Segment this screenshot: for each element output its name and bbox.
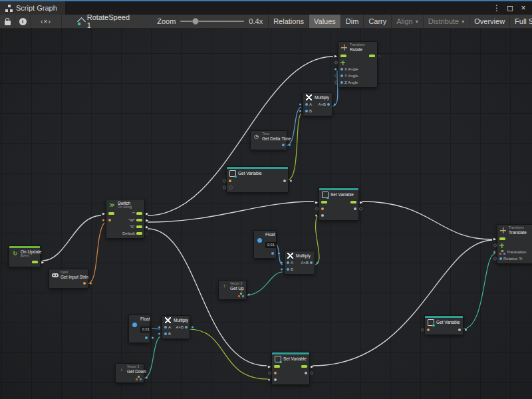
switch-port-flow-r[interactable]: "S"▶ xyxy=(130,223,142,230)
switch-port-flow-r[interactable]: "W"▶ xyxy=(128,217,142,223)
switch-port-flow-r[interactable]: Default▷ xyxy=(122,230,142,237)
info-button[interactable]: i xyxy=(15,15,31,28)
port-flow-icon xyxy=(499,237,505,240)
toolbar-button-carry[interactable]: Carry xyxy=(363,15,391,28)
port-connector xyxy=(421,329,424,332)
set-variable-upper-port-object-l[interactable] xyxy=(321,212,324,219)
translate-port-float-l[interactable]: Relative Tr xyxy=(499,255,523,262)
translate-port-flow-l[interactable]: ▶ xyxy=(499,235,505,242)
node-multiply-mid[interactable]: MultiplyAA×BB xyxy=(284,251,315,275)
zoom-slider[interactable] xyxy=(180,21,244,22)
port-connector xyxy=(334,61,338,65)
node-multiply-lower[interactable]: MultiplyAA×BB xyxy=(162,315,190,339)
multiply-top-port-float-r[interactable]: A×B xyxy=(318,101,330,108)
node-set-variable-upper[interactable]: Set Variable▶▶ xyxy=(319,188,359,221)
rotate-port-flow-r[interactable]: ▷ xyxy=(369,53,375,59)
float-mid-port-float-r[interactable] xyxy=(271,250,274,257)
get-variable-right-port-string-l[interactable] xyxy=(427,327,430,333)
node-title: Get Delta Time xyxy=(262,136,291,141)
node-get-delta-time[interactable]: ◷TimeGet Delta Time xyxy=(250,130,287,150)
set-variable-upper-port-string-l[interactable] xyxy=(321,205,324,212)
tab-title: Script Graph xyxy=(16,4,57,12)
get-variable-mid-port-string-l[interactable] xyxy=(229,178,231,184)
get-up-port-vector3-r[interactable] xyxy=(238,291,244,298)
port-connector: ▶ xyxy=(146,225,148,229)
node-float-mid[interactable]: Float0.01 xyxy=(253,230,277,259)
get-delta-time-port-float-r[interactable] xyxy=(282,142,285,148)
multiply-lower-port-float-r[interactable]: A×B xyxy=(176,324,188,331)
multiply-top-port-float-l[interactable]: B xyxy=(305,108,312,114)
toolbar-button-relations[interactable]: Relations xyxy=(268,15,309,28)
get-variable-mid-port-dim-l[interactable] xyxy=(229,184,233,191)
graph-breadcrumb[interactable]: RotateSpeed 1 xyxy=(78,13,130,29)
multiply-mid-port-float-l[interactable]: B xyxy=(287,266,293,273)
node-rotate[interactable]: TransformRotate▶▷X AngleY AngleZ Angle xyxy=(338,41,378,88)
multiply-lower-port-float-l[interactable]: A xyxy=(164,324,171,331)
toolbar-button-overview[interactable]: Overview xyxy=(469,15,509,28)
value-input[interactable]: 0.01 xyxy=(140,327,152,332)
port-connector: ▷ xyxy=(378,55,381,58)
multiply-icon xyxy=(165,317,171,323)
zoom-thumb[interactable] xyxy=(192,18,199,25)
node-switch[interactable]: ≫SwitchOn String▶""▶"W"▶"S"▶Default▷ xyxy=(106,199,145,239)
node-translate[interactable]: TransformTranslate▶▷TranslationRelative … xyxy=(497,224,532,264)
switch-port-flow-r[interactable]: ""▶ xyxy=(132,210,142,217)
toolbar-button-values[interactable]: Values xyxy=(309,15,340,28)
multiply-top-port-float-l[interactable]: A xyxy=(305,101,312,108)
get-down-port-vector3-r[interactable] xyxy=(136,374,142,381)
port-flow-icon xyxy=(136,219,142,221)
get-variable-mid-port-object-r[interactable] xyxy=(283,178,286,184)
set-variable-bottom-port-object-r[interactable] xyxy=(305,370,307,376)
node-get-variable-mid[interactable]: Get Variable xyxy=(226,166,289,193)
translate-port-transform-l[interactable] xyxy=(499,242,504,249)
port-row xyxy=(319,205,358,212)
translate-port-vector3-l[interactable]: Translation xyxy=(499,249,526,255)
window-menu-button[interactable]: ⋮ xyxy=(492,3,501,13)
toolbar-button-align[interactable]: Align▾ xyxy=(391,15,422,28)
tab-script-graph[interactable]: Script Graph xyxy=(0,1,65,15)
switch-port-string-l[interactable] xyxy=(108,217,111,223)
toolbar-button-distribute[interactable]: Distribute▾ xyxy=(423,15,469,28)
set-variable-bottom-port-flow-l[interactable]: ▶ xyxy=(274,363,280,370)
toolbar-button-dim[interactable]: Dim xyxy=(340,15,364,28)
get-input-port-string-r[interactable] xyxy=(83,280,86,287)
close-button[interactable]: × xyxy=(519,3,528,13)
value-input[interactable]: 0.01 xyxy=(265,242,277,248)
node-get-up[interactable]: ↑Vector 3Get Up xyxy=(218,280,247,300)
set-variable-upper-port-flow-r[interactable]: ▶ xyxy=(350,199,356,205)
multiply-mid-port-float-r[interactable]: A×B xyxy=(301,259,313,266)
node-surtitle: Vector 3 xyxy=(230,282,244,286)
set-variable-bottom-port-object-l[interactable] xyxy=(274,376,277,383)
node-set-variable-bottom[interactable]: Set Variable▶▶ xyxy=(271,352,310,385)
port-row: X Angle xyxy=(338,66,377,72)
set-variable-upper-port-object-r[interactable] xyxy=(354,205,356,212)
rotate-port-float-l[interactable]: X Angle xyxy=(340,66,358,72)
rotate-port-transform-l[interactable] xyxy=(340,59,345,66)
node-header: ↑Vector 3Get Up xyxy=(219,281,246,291)
node-get-variable-right[interactable]: Get Variable xyxy=(424,315,464,335)
port-row xyxy=(254,250,276,257)
node-get-down[interactable]: ↓Vector 3Get Down xyxy=(115,363,144,383)
node-multiply-top[interactable]: MultiplyAA×BB xyxy=(303,92,332,116)
maximize-button[interactable]: ◻ xyxy=(505,3,515,13)
node-on-update[interactable]: ↻On UpdateEvent▶ xyxy=(9,245,41,267)
toolbar-button-full-screen[interactable]: Full Screen xyxy=(509,15,532,28)
node-get-input[interactable]: InputGet Input Strin xyxy=(49,269,88,289)
rotate-port-float-l[interactable]: Y Angle xyxy=(340,72,358,79)
port-row: AA×B xyxy=(285,259,315,266)
node-float-lower[interactable]: Float0.01 xyxy=(128,315,150,343)
set-variable-bottom-port-flow-r[interactable]: ▶ xyxy=(301,363,307,370)
get-variable-right-port-object-r[interactable] xyxy=(458,327,461,333)
multiply-lower-port-float-l[interactable]: B xyxy=(164,331,171,337)
set-variable-upper-port-flow-l[interactable]: ▶ xyxy=(321,199,327,205)
on-update-port-flow-r[interactable]: ▶ xyxy=(32,259,38,265)
insert-node-button[interactable]: ‹×› xyxy=(31,15,62,28)
float-lower-port-float-r[interactable] xyxy=(145,334,148,341)
multiply-mid-port-float-l[interactable]: A xyxy=(287,259,293,266)
lock-button[interactable] xyxy=(0,15,15,28)
node-icon-wrap xyxy=(51,273,59,277)
rotate-port-flow-l[interactable]: ▶ xyxy=(340,53,346,59)
rotate-port-float-l[interactable]: Z Angle xyxy=(340,79,358,86)
set-variable-bottom-port-string-l[interactable] xyxy=(274,370,277,376)
switch-port-flow-l[interactable]: ▶ xyxy=(108,210,114,217)
